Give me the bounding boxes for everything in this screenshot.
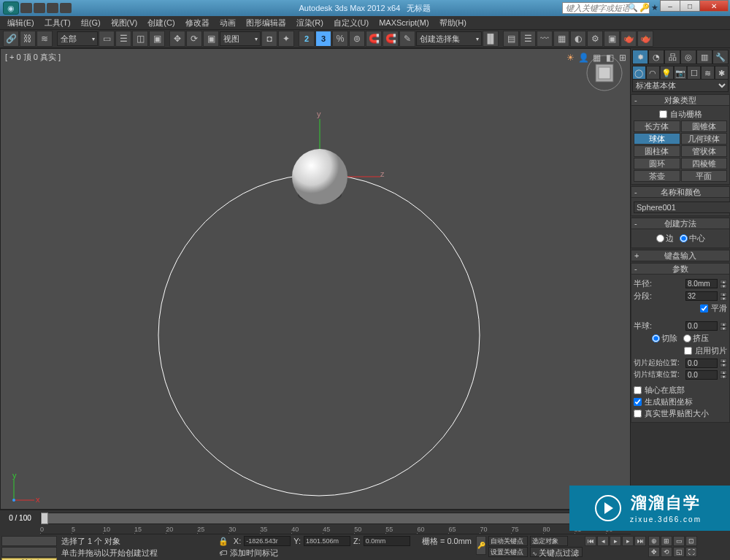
menu-edit[interactable]: 编辑(E) [3,16,39,30]
quick-render-button[interactable]: 🫖 [637,31,653,47]
spinner-snap-button[interactable]: ⊚ [349,31,365,47]
utilities-tab[interactable]: 🔧 [712,50,729,64]
render-button[interactable]: 🫖 [620,31,637,47]
display-tab[interactable]: ▥ [696,50,712,64]
mini-listener[interactable] [1,547,57,557]
coord-y-input[interactable] [304,536,350,546]
material-editor-button[interactable]: ◐ [570,31,586,47]
vp-nav-button[interactable]: ⊕ [648,536,660,546]
time-ruler[interactable]: 051015202530354045505560657075808590 [40,526,631,534]
vp-tool-icon[interactable]: 👤 [577,52,589,64]
menu-help[interactable]: 帮助(H) [435,16,471,30]
next-frame-button[interactable]: ▸ [622,536,634,546]
goto-start-button[interactable]: ⏮ [585,536,596,546]
align-button[interactable]: ▤ [503,31,519,47]
menu-customize[interactable]: 自定义(U) [329,16,373,30]
vp-nav-button[interactable]: ⛶ [685,547,697,557]
qat-button[interactable] [34,3,45,13]
primitive-button[interactable]: 圆柱体 [634,145,680,157]
vp-nav-button[interactable]: ⟲ [661,547,672,557]
window-crossing-button[interactable]: ▣ [149,31,165,47]
slice-on-checkbox[interactable] [684,347,692,355]
vp-tool-icon[interactable]: ▦ [591,52,602,64]
magnet-button[interactable]: 🧲 [366,31,382,47]
schematic-button[interactable]: ▦ [553,31,569,47]
select-button[interactable]: ▭ [99,31,115,47]
gen-uv-checkbox[interactable] [634,398,642,406]
primitive-button[interactable]: 平面 [681,170,728,182]
time-slider-thumb[interactable] [41,513,48,524]
select-name-button[interactable]: ☰ [115,31,131,47]
light-toggle-icon[interactable]: ☀ [564,52,576,64]
mirror-button[interactable]: ▐▌ [483,31,499,47]
create-tab[interactable]: ✹ [632,50,648,64]
bind-spacewarp-button[interactable]: ≋ [36,31,53,47]
close-button[interactable]: ✕ [699,0,729,12]
primitive-button[interactable]: 管状体 [681,145,728,157]
menu-create[interactable]: 创建(C) [143,16,179,30]
viewport[interactable]: [ + 0 顶 0 真实 ] y z x y [0,48,631,510]
rendered-frame-button[interactable]: ▣ [604,31,620,47]
primitive-button[interactable]: 茶壶 [634,170,680,182]
coord-z-input[interactable] [364,536,410,546]
time-slider-track[interactable] [40,513,631,524]
spinner-arrows[interactable]: ▴▾ [720,358,727,367]
menu-graph[interactable]: 图形编辑器 [242,16,291,30]
parameters-rollout[interactable]: -参数 [631,263,730,275]
qat-button[interactable] [47,3,58,13]
keyboard-entry-rollout[interactable]: +键盘输入 [631,250,730,261]
auto-grid-checkbox[interactable] [659,110,667,118]
spinner-arrows[interactable]: ▴▾ [720,280,727,288]
pivot-button[interactable]: ◘ [261,31,277,47]
vp-nav-button[interactable]: ⊡ [685,536,697,546]
primitive-button[interactable]: 圆环 [634,158,680,169]
menu-maxscript[interactable]: MAXScript(M) [374,17,433,28]
object-type-rollout[interactable]: -对象类型 [631,94,730,106]
menu-group[interactable]: 组(G) [77,16,105,30]
prev-frame-button[interactable]: ◂ [597,536,609,546]
rotate-button[interactable]: ⟳ [186,31,202,47]
unlink-button[interactable]: ⛓ [20,31,36,47]
angle-snap-button[interactable]: 3 [315,31,331,47]
menu-modifiers[interactable]: 修改器 [181,16,214,30]
menu-render[interactable]: 渲染(R) [292,16,328,30]
coord-x-input[interactable] [244,536,291,546]
maximize-button[interactable]: □ [680,0,700,12]
key-selset-dropdown[interactable]: 选定对象 [530,536,568,546]
radius-input[interactable] [685,279,718,288]
goto-end-button[interactable]: ⏭ [634,536,646,546]
spinner-arrows[interactable]: ▴▾ [720,370,727,379]
slice-from-input[interactable] [685,358,718,368]
segments-input[interactable] [685,291,718,301]
menu-tools[interactable]: 工具(T) [40,16,75,30]
key-filter-button[interactable]: ∿ 关键点过滤器 [530,547,583,557]
vp-tool-icon[interactable]: ◧ [604,52,615,64]
layers-button[interactable]: ☰ [520,31,536,47]
manipulate-button[interactable]: ✦ [278,31,294,47]
magnet2-button[interactable]: 🧲 [383,31,399,47]
spinner-arrows[interactable]: ▴▾ [720,292,727,301]
menu-views[interactable]: 视图(V) [107,16,142,30]
link-button[interactable]: 🔗 [3,31,19,47]
vp-nav-button[interactable]: ⊞ [661,536,672,546]
app-menu-button[interactable]: ◉ [3,1,19,15]
method-edge-radio[interactable] [656,234,664,242]
primitive-button[interactable]: 长方体 [634,120,680,132]
pivot-base-checkbox[interactable] [634,386,642,394]
hemisphere-input[interactable] [685,321,718,331]
vp-tool-icon[interactable]: ⊞ [617,52,629,64]
setkey-button[interactable]: 设置关键点 [488,547,528,557]
key-toggle-icon[interactable]: 🔑 [476,536,486,555]
menu-animation[interactable]: 动画 [215,16,240,30]
method-center-radio[interactable] [680,234,688,242]
name-color-rollout[interactable]: -名称和颜色 [631,186,730,198]
category-dropdown[interactable]: 标准基本体 [632,79,729,92]
qat-button[interactable] [20,3,32,13]
slice-to-input[interactable] [685,370,718,380]
edit-named-sel-button[interactable]: ✎ [399,31,415,47]
render-setup-button[interactable]: ⚙ [587,31,603,47]
vp-nav-button[interactable]: ◱ [673,547,685,557]
object-name-input[interactable] [634,202,730,213]
named-selection-dropdown[interactable]: 创建选择集 [416,31,482,46]
motion-tab[interactable]: ◎ [680,50,696,64]
